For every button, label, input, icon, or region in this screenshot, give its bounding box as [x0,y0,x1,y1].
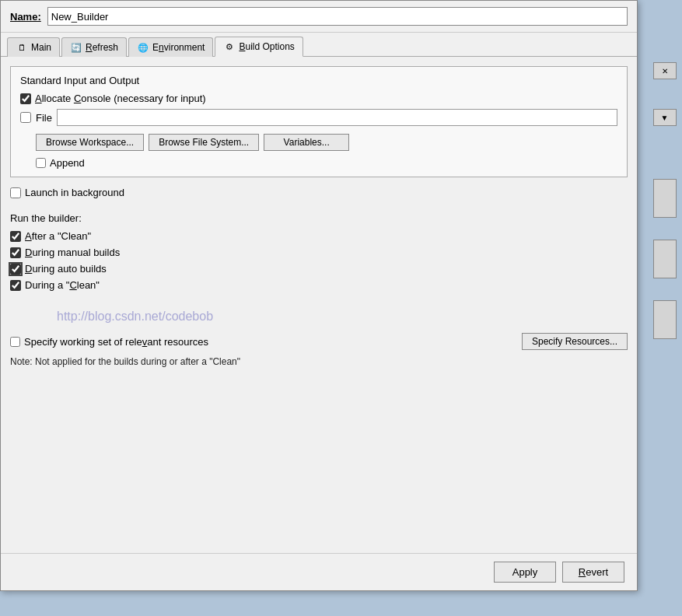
dialog: Name: 🗒 Main 🔄 Refresh 🌐 Environment [0,0,638,591]
name-row: Name: [1,1,637,33]
side-button-2[interactable]: ▼ [653,109,677,126]
tab-main-label: Main [31,42,51,53]
append-checkbox[interactable] [36,158,46,168]
specify-row: Specify working set of relevant resource… [10,333,628,350]
auto-builds-label: During auto builds [25,263,107,275]
after-clean-checkbox[interactable] [10,231,21,242]
side-button-4[interactable] [653,240,677,278]
tab-environment[interactable]: 🌐 Environment [128,37,213,57]
tab-build-options[interactable]: ⚙ Build Options [215,37,303,57]
run-builder-title: Run the builder: [10,212,628,224]
tab-build-options-label: Build Options [239,41,294,52]
browse-workspace-button[interactable]: Browse Workspace... [36,134,144,151]
note-text: Note: Not applied for the builds during … [10,356,628,367]
stdio-section: Standard Input and Output Allocate Conso… [10,66,628,177]
after-clean-label: After a "Clean" [25,230,91,242]
allocate-console-label: Allocate Console (necessary for input) [35,93,206,104]
content-area: Standard Input and Output Allocate Conso… [1,57,637,553]
allocate-console-row: Allocate Console (necessary for input) [20,93,617,104]
revert-button[interactable]: Revert [562,562,624,583]
during-clean-row: During a "Clean" [10,279,628,291]
variables-button[interactable]: Variables... [264,134,349,151]
name-label: Name: [10,11,41,23]
name-input[interactable] [47,7,628,26]
build-options-tab-icon: ⚙ [223,40,236,53]
launch-background-label: Launch in background [25,187,124,198]
browse-file-system-button[interactable]: Browse File System... [149,134,259,151]
side-button-5[interactable] [653,300,677,339]
tab-refresh-label: Refresh [86,42,118,53]
file-label: File [36,112,52,124]
run-section: Run the builder: After a "Clean" During … [10,206,628,302]
refresh-tab-icon: 🔄 [70,41,82,54]
environment-tab-icon: 🌐 [137,41,149,54]
allocate-console-checkbox[interactable] [20,93,31,104]
launch-background-row: Launch in background [10,187,628,198]
manual-builds-row: During manual builds [10,247,628,258]
during-clean-label: During a "Clean" [25,279,100,291]
dialog-footer: Apply Revert [1,553,637,590]
file-row: File [20,109,617,126]
main-tab-icon: 🗒 [16,41,28,54]
manual-builds-checkbox[interactable] [10,247,21,258]
specify-ws-label: Specify working set of relevant resource… [24,336,208,348]
manual-builds-label: During manual builds [25,247,120,258]
tab-main[interactable]: 🗒 Main [7,37,60,57]
specify-resources-button[interactable]: Specify Resources... [522,333,628,350]
right-panel: ✕ ▼ [647,0,682,616]
append-label: Append [50,157,85,169]
tab-refresh[interactable]: 🔄 Refresh [61,37,127,57]
auto-builds-checkbox[interactable] [10,264,21,275]
append-row: Append [20,157,617,169]
file-checkbox[interactable] [20,112,31,123]
browse-buttons-row: Browse Workspace... Browse File System..… [20,134,617,151]
after-clean-row: After a "Clean" [10,230,628,242]
tabs-row: 🗒 Main 🔄 Refresh 🌐 Environment ⚙ Build O… [1,33,637,57]
during-clean-checkbox[interactable] [10,280,21,291]
file-input[interactable] [57,109,617,126]
auto-builds-row: During auto builds [10,263,628,275]
launch-background-checkbox[interactable] [10,187,21,198]
side-button-3[interactable] [653,179,677,218]
specify-left: Specify working set of relevant resource… [10,336,514,348]
watermark: http://blog.csdn.net/codebob [10,310,628,324]
side-button-1[interactable]: ✕ [653,62,677,79]
specify-ws-checkbox[interactable] [10,337,20,347]
tab-environment-label: Environment [152,42,205,53]
apply-button[interactable]: Apply [494,562,556,583]
section-title: Standard Input and Output [20,75,617,86]
